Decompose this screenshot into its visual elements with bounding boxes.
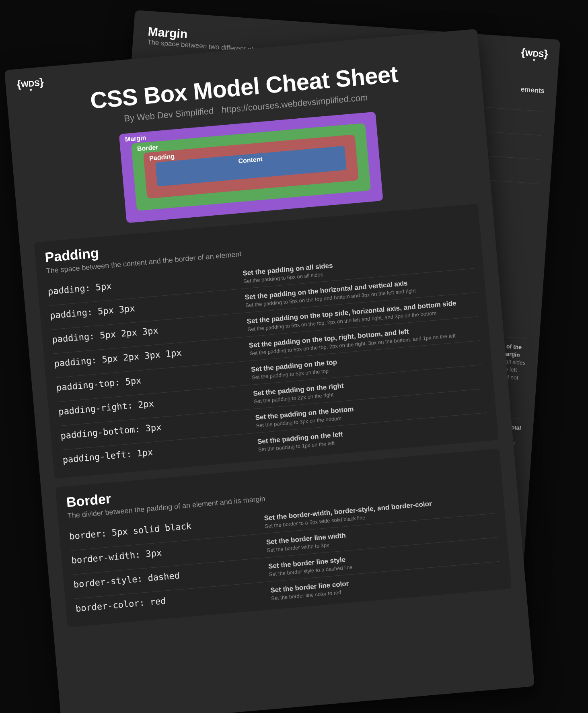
diagram-label-margin: Margin [125, 134, 146, 143]
back-right-label: ements [520, 85, 545, 95]
diagram-content-layer: Content [155, 146, 346, 187]
section-border: BorderThe divider between the padding of… [56, 449, 512, 627]
diagram-margin-layer: Margin Border Padding Content [119, 112, 383, 223]
diagram-label-border: Border [137, 144, 158, 153]
diagram-label-content: Content [238, 155, 263, 165]
diagram-padding-layer: Padding Content [143, 134, 359, 199]
wds-logo: {WDS} [520, 46, 549, 64]
diagram-border-layer: Border Padding Content [131, 123, 371, 211]
wds-logo: {WDS} [16, 76, 45, 94]
box-model-diagram: Margin Border Padding Content [119, 112, 383, 223]
page-header: CSS Box Model Cheat Sheet By Web Dev Sim… [21, 54, 468, 133]
section-padding: PaddingThe space between the content and… [34, 204, 498, 478]
cheatsheet-page-front: {WDS} CSS Box Model Cheat Sheet By Web D… [4, 29, 535, 713]
